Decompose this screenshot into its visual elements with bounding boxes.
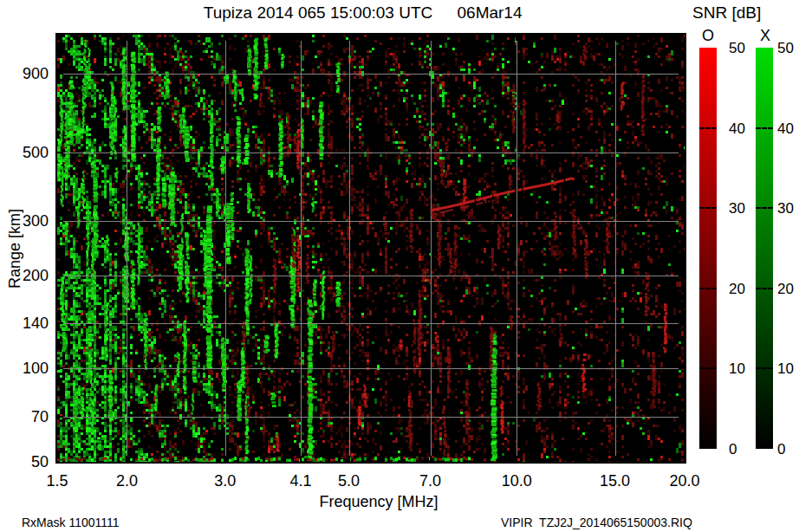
colorbar-title: SNR [dB] xyxy=(692,3,761,23)
colorbar-tick-dash xyxy=(699,127,717,129)
colorbar-tick-label: 0 xyxy=(729,441,737,458)
colorbar-tick-label: 20 xyxy=(729,281,745,298)
rxmask-label: RxMask 11001111 xyxy=(22,516,120,529)
colorbar-tick-label: 10 xyxy=(729,360,745,378)
x-tick-label: 1.5 xyxy=(46,472,68,490)
colorbar-tick-label: 10 xyxy=(777,360,794,378)
x-tick-label: 7.0 xyxy=(419,472,441,490)
colorbar-tick-label: 30 xyxy=(777,200,794,217)
colorbar-tick-label: 40 xyxy=(729,120,745,138)
colorbar-tick-dash xyxy=(756,367,773,369)
y-tick-label: 100 xyxy=(0,360,49,378)
x-axis-label: Frequency [MHz] xyxy=(319,493,438,511)
colorbar-tick-label: 40 xyxy=(777,120,794,138)
x-tick-label: 15.0 xyxy=(600,472,630,490)
o-channel-label: O xyxy=(702,27,714,45)
date-label: 06Mar14 xyxy=(458,3,523,23)
colorbar-tick-dash xyxy=(756,127,773,129)
page-title: Tupiza 2014 065 15:00:03 UTC xyxy=(204,3,432,23)
colorbar-tick-dash xyxy=(756,288,773,289)
y-tick-label: 70 xyxy=(0,408,49,426)
ionogram-page: Tupiza 2014 065 15:00:03 UTC 06Mar14 SNR… xyxy=(0,0,799,532)
colorbar-tick-label: 0 xyxy=(777,441,785,458)
x-tick-label: 5.0 xyxy=(338,472,360,490)
y-tick-label: 50 xyxy=(0,453,49,471)
colorbar-tick-label: 50 xyxy=(729,40,745,57)
o-colorbar xyxy=(699,48,717,449)
y-tick-label: 200 xyxy=(0,267,49,285)
x-colorbar xyxy=(756,48,773,449)
colorbar-tick-label: 30 xyxy=(729,200,745,217)
colorbar-tick-dash xyxy=(699,367,717,369)
x-tick-label: 3.0 xyxy=(214,472,236,490)
colorbar-tick-label: 50 xyxy=(777,40,794,57)
x-tick-label: 2.0 xyxy=(116,472,138,490)
colorbar-tick-label: 20 xyxy=(777,281,794,298)
x-channel-label: X xyxy=(760,27,770,45)
y-tick-label: 300 xyxy=(0,212,49,230)
x-tick-label: 20.0 xyxy=(669,472,699,490)
x-tick-label: 10.0 xyxy=(502,472,532,490)
colorbar-tick-dash xyxy=(756,207,773,209)
colorbar-tick-dash xyxy=(699,207,717,209)
filename-label: VIPIR TZJ2J_2014065150003.RIQ xyxy=(501,516,692,529)
ionogram-plot-area xyxy=(55,33,686,464)
x-tick-label: 4.1 xyxy=(290,472,312,490)
y-tick-label: 900 xyxy=(0,65,49,83)
y-tick-label: 140 xyxy=(0,315,49,333)
y-tick-label: 500 xyxy=(0,144,49,162)
colorbar-tick-dash xyxy=(699,288,717,289)
